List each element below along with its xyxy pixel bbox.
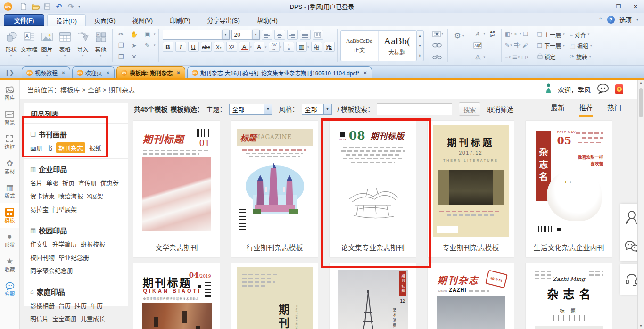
category-link[interactable]: 画册 (30, 143, 42, 152)
close-tab-icon[interactable]: ✕ (61, 70, 65, 75)
rail-item-template[interactable]: 模板 (0, 203, 19, 228)
strikethrough-button[interactable]: abc (201, 42, 212, 52)
group-button[interactable]: ⿸编组▾ (570, 41, 592, 51)
category-link[interactable]: 折页 (62, 178, 74, 187)
tab-open-document[interactable]: DPS 期刊杂志-大16开骑马钉-论文集专业杂志期刊190510-1104.dp… (187, 66, 372, 78)
rail-item-material[interactable]: ✿ 素材 (0, 154, 19, 179)
category-link[interactable]: 影楼相册 (30, 301, 55, 310)
template-search-input[interactable] (377, 103, 452, 115)
text-wrap-icon[interactable] (431, 29, 442, 39)
bold-button[interactable]: B (163, 42, 173, 52)
sort-hot[interactable]: 热门 (607, 102, 621, 117)
category-link[interactable]: 恋爱纪念 (30, 327, 55, 329)
rail-item-background[interactable]: 背景 (0, 105, 19, 130)
columns-button[interactable]: ▥ (296, 42, 307, 52)
close-tab-icon[interactable]: ✕ (176, 70, 180, 75)
search-button[interactable]: 搜索 (459, 102, 480, 116)
template-card-qikan-zazhi[interactable]: 期刊杂志 QIKAN ZAZHI 2019-01 (427, 263, 514, 329)
rail-item-gallery[interactable]: 图库 (0, 81, 19, 105)
template-card-masterpieces-journal[interactable]: 期刊标题 MASTERPIECES 2018 (231, 263, 318, 329)
underline-button[interactable]: U (188, 42, 199, 52)
menu-tab-design[interactable]: 设计(D) (47, 14, 86, 26)
distribute-arrows-icon[interactable]: ⇶ (514, 42, 519, 49)
rail-item-layout[interactable]: ▦ 版式 (0, 179, 19, 203)
subscript-button[interactable]: X₂ (214, 42, 224, 52)
scrollbar-thumb[interactable] (639, 88, 643, 117)
superscript-button[interactable]: X² (226, 42, 237, 52)
cut-icon[interactable]: ✂ (116, 29, 126, 39)
scroll-up-icon[interactable]: ▲ (638, 80, 644, 86)
rail-item-favorites[interactable]: ★ 收藏 (0, 252, 19, 277)
template-card-eiffel-journal[interactable]: 期刊·标题 12 艺术消费一众 (329, 263, 416, 329)
bring-forward-button[interactable]: ❏上一层▾ (537, 29, 565, 40)
red-packet-icon[interactable]: ¥ (615, 84, 623, 94)
category-link[interactable]: 同学聚会纪念册 (30, 266, 73, 275)
category-link[interactable]: 门型展架 (52, 205, 77, 214)
style-big-title[interactable]: AaBb( 大标题 (379, 31, 416, 61)
format-brush-icon[interactable]: 🖌 (522, 42, 528, 49)
font-family-select[interactable]: ▾ (163, 30, 230, 40)
template-card-literature-magazine[interactable]: 期刊标题 01 文学杂志期刊 (133, 120, 220, 258)
align-right-icon[interactable] (287, 30, 298, 40)
fill-color-icon[interactable]: ◧ (505, 31, 510, 37)
category-link[interactable]: 明信片 (30, 314, 49, 323)
unlink-icon[interactable] (432, 52, 443, 62)
template-card-lifestyle-magazine[interactable]: 杂志名 2017 MAY 05 像喜欢甜一样 喜欢苦 生活文化杂志企业内刊 (525, 120, 612, 258)
help-icon[interactable]: ? (607, 16, 615, 24)
category-link[interactable]: 年历 (91, 301, 103, 310)
send-backward-button[interactable]: ❐下一层▾ (537, 41, 565, 51)
collapse-ribbon-icon[interactable]: ⌃ (599, 17, 603, 22)
category-link[interactable]: 宣传册 (78, 178, 97, 187)
menu-tab-share-export[interactable]: 分享导出(S) (199, 14, 248, 26)
category-link[interactable]: 作文集 (30, 239, 49, 248)
message-bubble-icon[interactable] (597, 83, 609, 96)
style-scroll-up-icon[interactable]: ▲ (417, 31, 423, 41)
toolbar-options-caret-icon[interactable]: ▾ (78, 4, 80, 8)
vertical-text-icon[interactable] (313, 30, 323, 40)
category-link[interactable]: 毕业纪念册 (58, 253, 89, 262)
font-color-button[interactable]: A (239, 42, 250, 52)
copy-icon[interactable]: ❐ (116, 41, 126, 50)
insert-image-button[interactable]: 图片▾ (38, 28, 56, 63)
category-link[interactable]: 优惠券 (100, 178, 119, 187)
sort-recommended[interactable]: 推荐 (579, 102, 593, 117)
wordart-icon[interactable]: A (472, 29, 483, 39)
template-card-qikan-biaoti[interactable]: 期刊标题 QIKAN BIAOTI 全面报道印刷包装行业最新技术与动态 04/2… (133, 263, 220, 329)
menu-file-button[interactable]: 文件(F) (4, 14, 44, 26)
save-icon[interactable] (43, 2, 51, 11)
category-link[interactable]: 书 (46, 143, 52, 152)
letter-spacing-button[interactable]: AV↔ (269, 42, 280, 52)
text-distance-button[interactable]: 距 (324, 42, 335, 52)
options-button[interactable]: 选项 (619, 15, 632, 24)
text-direction-icon[interactable]: Abb↵ (487, 29, 498, 39)
category-link[interactable]: 班报校报 (81, 239, 105, 248)
style-body-text[interactable]: AaBbCcDd 正文 (341, 31, 379, 61)
style-gallery-expand-icon[interactable]: ⇟ (417, 50, 423, 60)
select-cursor-icon[interactable]: ➤ (129, 41, 140, 50)
insert-table-button[interactable]: 表格▾ (56, 28, 74, 63)
insert-textbox-button[interactable]: A 文本框▾ (20, 28, 38, 63)
style-select[interactable]: 全部▼ (302, 104, 332, 115)
redo-icon[interactable]: ↷ (66, 2, 75, 11)
font-size-select[interactable]: 20▾ (231, 30, 260, 40)
category-link[interactable]: 贺卡请柬 (30, 191, 55, 200)
category-link[interactable]: 家庭影集 (87, 327, 111, 329)
template-card-industry-journal[interactable]: 标题MAGAZINE 行业期刊杂志模板 (231, 120, 318, 258)
undo-icon[interactable]: ↶ (55, 2, 63, 11)
tab-video-tutorial[interactable]: DPS 视频教程 ✕ (22, 66, 70, 78)
category-link[interactable]: 儿童成长 (81, 314, 105, 323)
category-link[interactable]: 校园刊物 (30, 253, 55, 262)
template-card-professional-journal[interactable]: 期刊标题 2017.12 THERN LITERATURE 专业期刊杂志模板 (427, 120, 514, 258)
new-document-icon[interactable] (19, 2, 28, 11)
category-link[interactable]: 喷绘海报 (58, 191, 83, 200)
tab-welcome[interactable]: DPS 欢迎页 ✕ (72, 66, 115, 78)
edit-points-icon[interactable]: ✎ (142, 41, 153, 50)
category-link[interactable]: 报纸 (89, 143, 101, 152)
menu-tab-page[interactable]: 页面(G) (86, 14, 124, 26)
line-spacing-button[interactable]: ↕≡ (283, 42, 294, 52)
gear-icon[interactable]: ⚙ (452, 31, 463, 41)
scroll-down-icon[interactable]: ▼ (638, 322, 644, 329)
delete-icon[interactable]: ✕ (129, 52, 140, 62)
rail-item-customer-service[interactable]: 客服 (0, 277, 19, 301)
category-link[interactable]: 台历 (58, 301, 71, 310)
